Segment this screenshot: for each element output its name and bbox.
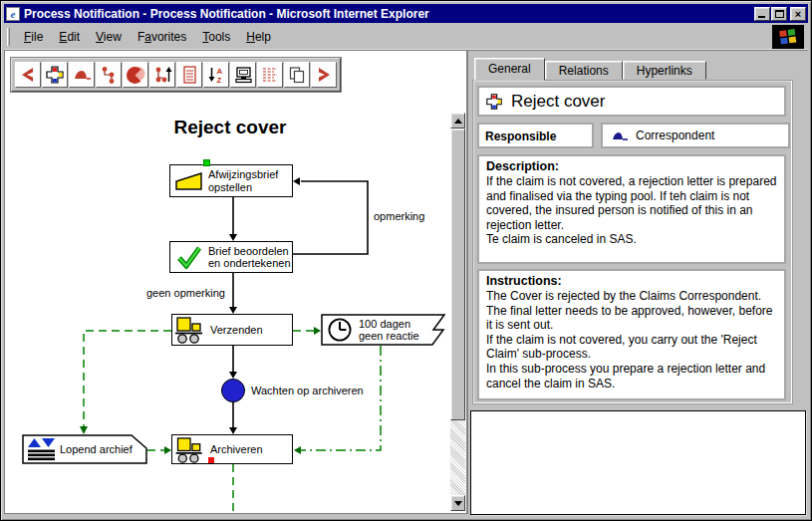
svg-text:Z: Z [217, 76, 222, 85]
report-lines-icon [260, 65, 280, 85]
wait-state-circle[interactable] [221, 379, 245, 402]
general-tab-panel: Reject cover Responsible Correspondent D… [472, 80, 793, 404]
scrollbar-thumb[interactable] [450, 129, 465, 420]
close-icon: × [791, 7, 805, 21]
process-hierarchy-button[interactable] [42, 62, 68, 88]
print-button[interactable] [230, 62, 256, 88]
node-label: Verzenden [210, 324, 263, 337]
diagram-frame: AZ Reject cover [4, 50, 468, 514]
phase-button[interactable] [69, 62, 95, 88]
title-bar: e Process Notification - Process Notific… [4, 4, 808, 23]
machine-icon [172, 436, 210, 463]
frame-container: AZ Reject cover [4, 50, 808, 514]
node-brief-beoordelen[interactable]: Brief beoordelen en ondertekenen [169, 241, 293, 273]
window-title: Process Notification - Process Notificat… [24, 7, 753, 21]
sort-az-button[interactable]: AZ [203, 62, 229, 88]
back-icon [18, 65, 38, 85]
menu-edit[interactable]: Edit [51, 27, 88, 47]
responsible-value-text: Correspondent [636, 129, 714, 142]
scroll-down-button[interactable] [450, 495, 465, 511]
correspondent-icon [611, 130, 629, 141]
roll-up-button[interactable] [149, 62, 175, 88]
document-icon [179, 65, 199, 85]
node-afwijzingsbrief-opstellen[interactable]: Afwijzingsbrief opstellen [169, 164, 293, 197]
tab-general[interactable]: General [474, 58, 545, 81]
copy-button[interactable] [284, 62, 310, 88]
report-lines-button[interactable] [257, 62, 283, 88]
minimize-icon [758, 16, 765, 18]
process-icon [485, 93, 503, 111]
tab-relations[interactable]: Relations [545, 61, 623, 80]
node-verzenden[interactable]: Verzenden [171, 314, 293, 346]
minimize-button[interactable] [754, 7, 770, 21]
properties-frame: General Relations Hyperlinks Reject cove… [468, 50, 808, 514]
diagram-vertical-scrollbar[interactable] [450, 113, 465, 511]
green-status-flag [203, 159, 210, 166]
node-label: Brief beoordelen en ondertekenen [208, 245, 292, 270]
instructions-box: Instructions: The Cover is rejected by t… [477, 269, 786, 400]
node-lopend-archief[interactable]: Lopend archief [22, 434, 147, 464]
pie-chart-button[interactable] [123, 62, 148, 88]
menu-file[interactable]: File [16, 27, 51, 47]
node-100-dagen-geen-reactie[interactable]: 100 dagen geen reactie [321, 314, 446, 346]
description-body: If the claim is not covered, a rejection… [486, 174, 777, 247]
tab-strip: General Relations Hyperlinks [474, 58, 706, 80]
description-heading: Description: [486, 159, 777, 174]
menu-view[interactable]: View [88, 27, 130, 47]
letter-icon [170, 170, 208, 192]
arrow-down-icon [454, 501, 462, 506]
responsible-value: Correspondent [601, 123, 790, 148]
forward-button[interactable] [311, 62, 337, 88]
windows-logo-icon [772, 25, 804, 49]
pie-chart-icon [126, 65, 145, 85]
arrow-up-icon [454, 119, 462, 124]
copy-icon [287, 65, 307, 85]
diagram-toolbar: AZ [11, 58, 341, 92]
node-label: 100 dagen geen reactie [359, 318, 430, 343]
process-header: Reject cover [477, 86, 786, 117]
internet-explorer-icon: e [6, 7, 20, 21]
scroll-up-button[interactable] [450, 113, 465, 129]
menu-favorites[interactable]: Favorites [130, 27, 194, 47]
tab-hyperlinks[interactable]: Hyperlinks [623, 61, 706, 80]
sort-az-icon: AZ [206, 65, 226, 85]
node-archiveren[interactable]: Archiveren [171, 434, 293, 464]
node-label: Afwijzingsbrief opstellen [208, 168, 292, 193]
process-diagram: Reject cover [5, 51, 455, 513]
process-title: Reject cover [511, 92, 605, 112]
forward-icon [314, 65, 334, 85]
roll-up-icon [152, 65, 172, 85]
document-button[interactable] [176, 62, 202, 88]
diagram-title: Reject cover [5, 117, 455, 138]
clock-icon [321, 317, 359, 343]
wait-state-label: Wachten op archiveren [251, 385, 364, 396]
check-icon [170, 245, 208, 269]
archive-icon [22, 436, 60, 462]
menu-bar: File Edit View Favorites Tools Help [4, 24, 808, 50]
browser-window: e Process Notification - Process Notific… [0, 0, 812, 521]
phase-icon [72, 65, 92, 85]
machine-icon [172, 316, 210, 344]
menu-tools[interactable]: Tools [194, 27, 238, 47]
process-tree-button[interactable] [96, 62, 122, 88]
close-button[interactable]: × [790, 7, 806, 21]
lower-detail-pane [470, 410, 806, 515]
node-label: Lopend archief [60, 443, 133, 456]
description-box: Description: If the claim is not covered… [477, 154, 786, 264]
back-button[interactable] [15, 62, 41, 88]
print-icon [233, 65, 253, 85]
edge-label-opmerking: opmerking [374, 210, 424, 222]
node-label: Archiveren [210, 443, 263, 456]
maximize-icon [775, 10, 784, 18]
maximize-button[interactable] [771, 7, 787, 21]
responsible-label: Responsible [477, 123, 594, 148]
menu-help[interactable]: Help [238, 27, 279, 47]
svg-text:A: A [217, 67, 223, 76]
process-tree-icon [99, 65, 119, 85]
menubar-gripper[interactable] [7, 28, 10, 46]
process-hierarchy-icon [45, 65, 65, 85]
instructions-heading: Instructions: [486, 274, 777, 289]
instructions-body: The Cover is rejected by the Claims Corr… [486, 289, 777, 391]
edge-label-geen-opmerking: geen opmerking [146, 287, 225, 299]
